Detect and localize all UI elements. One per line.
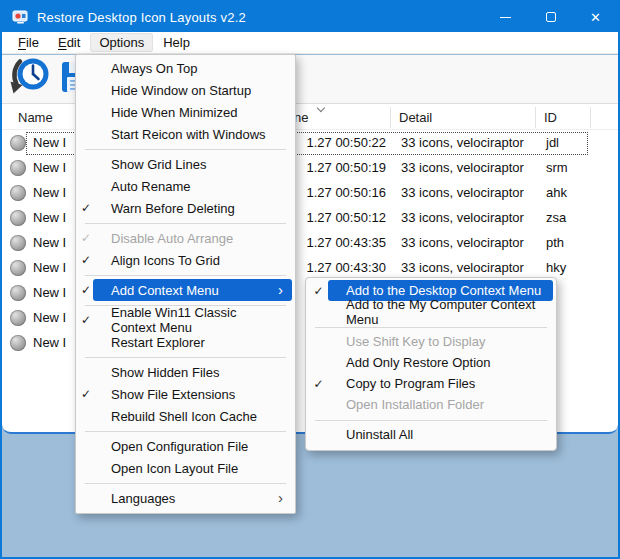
menu-item-surface: Add Only Restore Option (328, 352, 553, 373)
menu-item-add-context-menu[interactable]: ✓Add Context Menu› (76, 279, 295, 301)
cell-name: New I (33, 310, 66, 325)
menu-item-always-on-top[interactable]: Always On Top (76, 57, 295, 79)
menu-item-show-grid-lines[interactable]: Show Grid Lines (76, 153, 295, 175)
cell-time: 1.27 00:43:30 (306, 260, 386, 275)
menu-item-show-hidden-files[interactable]: Show Hidden Files (76, 361, 295, 383)
menubar-item-label: ile (26, 35, 39, 50)
menu-item-label: Open Installation Folder (346, 397, 484, 412)
menu-item-surface: Warn Before Deleting (93, 197, 292, 219)
menu-separator (76, 427, 295, 435)
chevron-down-icon (317, 104, 325, 112)
menu-item-add-to-the-my-computer-context-menu[interactable]: Add to the My Computer Context Menu (306, 301, 556, 322)
menu-item-surface: Open Icon Layout File (93, 457, 292, 479)
menu-separator (76, 145, 295, 153)
menu-item-label: Align Icons To Grid (111, 253, 220, 268)
maximize-button[interactable] (528, 2, 573, 32)
checkmark-icon: ✓ (79, 313, 93, 327)
menu-item-surface: Restart Explorer (93, 331, 292, 353)
cell-name: New I (33, 335, 66, 350)
app-icon (12, 10, 29, 25)
menu-item-label: Add Only Restore Option (346, 355, 491, 370)
cell-name: New I (33, 235, 66, 250)
menu-item-uninstall-all[interactable]: Uninstall All (306, 424, 556, 445)
menubar-item-accel: F (18, 35, 26, 50)
column-divider (590, 107, 591, 128)
menu-item-surface: Add Context Menu› (93, 279, 292, 301)
layout-sphere-icon (10, 210, 26, 226)
menu-item-restart-explorer[interactable]: Restart Explorer (76, 331, 295, 353)
menubar-item-file[interactable]: File (9, 33, 48, 52)
cell-name: New I (33, 135, 66, 150)
menu-item-add-only-restore-option[interactable]: Add Only Restore Option (306, 352, 556, 373)
cell-id: pth (546, 235, 564, 250)
window-controls: ✕ (483, 2, 618, 32)
column-header-time[interactable]: ne (294, 110, 308, 125)
menu-item-open-configuration-file[interactable]: Open Configuration File (76, 435, 295, 457)
menu-item-open-installation-folder: Open Installation Folder (306, 394, 556, 415)
menu-item-enable-win11-classic-context-menu[interactable]: ✓Enable Win11 Classic Context Menu (76, 309, 295, 331)
menubar-item-label: Options (99, 35, 144, 50)
menu-item-label: Restart Explorer (111, 335, 205, 350)
titlebar: Restore Desktop Icon Layouts v2.2 ✕ (2, 2, 618, 32)
menu-item-surface: Disable Auto Arrange (93, 227, 292, 249)
column-header-name[interactable]: Name (18, 110, 53, 125)
column-header-detail[interactable]: Detail (399, 110, 432, 125)
layout-sphere-icon (10, 310, 26, 326)
menu-item-label: Show Grid Lines (111, 157, 206, 172)
cell-id: ahk (546, 185, 567, 200)
menubar-item-options[interactable]: Options (90, 33, 153, 52)
close-button[interactable]: ✕ (573, 2, 618, 32)
menu-item-label: Warn Before Deleting (111, 201, 235, 216)
menu-item-align-icons-to-grid[interactable]: ✓Align Icons To Grid (76, 249, 295, 271)
menu-item-surface: Show Hidden Files (93, 361, 292, 383)
layout-sphere-icon (10, 260, 26, 276)
menu-item-open-icon-layout-file[interactable]: Open Icon Layout File (76, 457, 295, 479)
menu-item-label: Show File Extensions (111, 387, 235, 402)
menu-item-start-reicon-with-windows[interactable]: Start Reicon with Windows (76, 123, 295, 145)
cell-name: New I (33, 210, 66, 225)
menu-item-surface: Rebuild Shell Icon Cache (93, 405, 292, 427)
cell-name: New I (33, 260, 66, 275)
menu-item-show-file-extensions[interactable]: ✓Show File Extensions (76, 383, 295, 405)
maximize-icon (546, 12, 556, 22)
menu-item-languages[interactable]: Languages› (76, 487, 295, 509)
menubar-item-help[interactable]: Help (154, 33, 199, 52)
menu-item-warn-before-deleting[interactable]: ✓Warn Before Deleting (76, 197, 295, 219)
minimize-button[interactable] (483, 2, 528, 32)
menu-separator (306, 322, 556, 331)
menu-item-rebuild-shell-icon-cache[interactable]: Rebuild Shell Icon Cache (76, 405, 295, 427)
chevron-right-icon: › (278, 490, 283, 507)
cell-detail: 33 icons, velociraptor (401, 260, 524, 275)
menu-item-auto-rename[interactable]: Auto Rename (76, 175, 295, 197)
column-divider (535, 107, 536, 128)
menu-item-copy-to-program-files[interactable]: ✓Copy to Program Files (306, 373, 556, 394)
cell-time: 1.27 00:50:12 (306, 210, 386, 225)
menu-item-label: Rebuild Shell Icon Cache (111, 409, 257, 424)
menu-separator (76, 353, 295, 361)
menu-item-label: Open Icon Layout File (111, 461, 238, 476)
menu-item-label: Add Context Menu (111, 283, 219, 298)
column-header-id[interactable]: ID (544, 110, 557, 125)
menu-item-surface: Copy to Program Files (328, 373, 553, 394)
menu-item-label: Hide When Minimized (111, 105, 237, 120)
menu-separator (76, 271, 295, 279)
menubar-item-edit[interactable]: Edit (49, 33, 89, 52)
menu-item-hide-window-on-startup[interactable]: Hide Window on Startup (76, 79, 295, 101)
chevron-right-icon: › (278, 282, 283, 299)
restore-layout-button[interactable] (9, 55, 53, 103)
options-menu-panel: Always On TopHide Window on StartupHide … (75, 54, 296, 514)
menu-item-label: Copy to Program Files (346, 376, 475, 391)
checkmark-icon: ✓ (309, 377, 328, 391)
add-context-menu-submenu-panel: ✓Add to the Desktop Context MenuAdd to t… (305, 277, 557, 451)
menu-item-surface: Add to the My Computer Context Menu (328, 301, 553, 322)
checkmark-icon: ✓ (79, 387, 93, 401)
menu-item-surface: Enable Win11 Classic Context Menu (93, 309, 292, 331)
menu-item-hide-when-minimized[interactable]: Hide When Minimized (76, 101, 295, 123)
menu-item-use-shift-key-to-display: Use Shift Key to Display (306, 331, 556, 352)
cell-detail: 33 icons, velociraptor (401, 185, 524, 200)
menu-item-surface: Align Icons To Grid (93, 249, 292, 271)
cell-time: 1.27 00:43:35 (306, 235, 386, 250)
checkmark-icon: ✓ (79, 231, 93, 245)
checkmark-icon: ✓ (309, 284, 328, 298)
menu-item-label: Uninstall All (346, 427, 413, 442)
